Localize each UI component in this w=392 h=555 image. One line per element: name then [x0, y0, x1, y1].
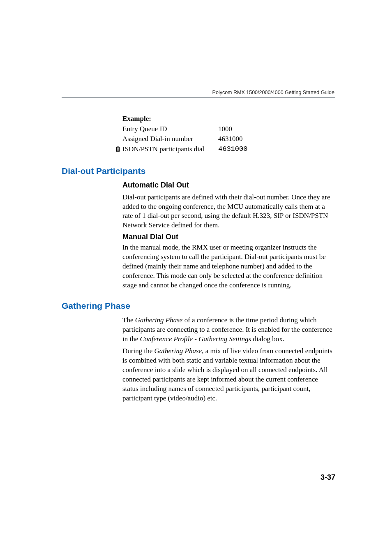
phone-icon: [113, 146, 122, 152]
emphasis-conference-profile: Conference Profile - Gathering Settings: [140, 335, 251, 343]
assigned-dial-in-value: 4631000: [218, 134, 243, 144]
heading-manual-dial-out: Manual Dial Out: [122, 233, 335, 241]
example-label: Example:: [122, 114, 335, 124]
emphasis-gathering-phase: Gathering Phase: [135, 316, 183, 324]
example-assigned-dial-in-row: Assigned Dial-in number 4631000: [122, 134, 335, 144]
svg-point-4: [118, 149, 119, 150]
running-head: Polycom RMX 1500/2000/4000 Getting Start…: [212, 90, 334, 95]
page: Polycom RMX 1500/2000/4000 Getting Start…: [0, 0, 392, 555]
text-fragment: , a mix of live video from connected end…: [122, 347, 332, 402]
isdn-pstn-value: 4631000: [218, 144, 247, 155]
svg-point-10: [118, 150, 119, 151]
svg-point-3: [118, 149, 118, 150]
text-fragment: During the: [122, 347, 154, 355]
svg-point-7: [118, 150, 119, 150]
heading-gathering-phase: Gathering Phase: [62, 301, 335, 311]
svg-point-5: [117, 150, 118, 150]
text-fragment: dialog box.: [251, 335, 284, 343]
isdn-pstn-label: ISDN/PSTN participants dial: [122, 144, 218, 155]
example-isdn-pstn-row: ISDN/PSTN participants dial 4631000: [113, 144, 335, 155]
emphasis-gathering-phase: Gathering Phase: [154, 347, 202, 355]
para-manual-dial-out: In the manual mode, the RMX user or meet…: [122, 243, 335, 290]
text-fragment: The: [122, 316, 135, 324]
svg-point-9: [118, 150, 118, 151]
heading-dial-out-participants: Dial-out Participants: [62, 166, 335, 176]
para-gathering-1: The Gathering Phase of a conference is t…: [122, 316, 335, 344]
page-number: 3-37: [321, 473, 335, 482]
header-rule: [62, 97, 335, 98]
para-gathering-2: During the Gathering Phase, a mix of liv…: [122, 347, 335, 403]
example-entry-queue-row: Entry Queue ID 1000: [122, 124, 335, 134]
svg-point-2: [117, 149, 118, 150]
page-content: Example: Entry Queue ID 1000 Assigned Di…: [62, 114, 335, 405]
svg-point-8: [117, 150, 118, 151]
assigned-dial-in-label: Assigned Dial-in number: [122, 134, 218, 144]
svg-rect-1: [117, 148, 119, 148]
svg-point-6: [118, 150, 118, 150]
para-automatic-dial-out: Dial-out participants are defined with t…: [122, 193, 335, 231]
entry-queue-id-label: Entry Queue ID: [122, 124, 218, 134]
heading-automatic-dial-out: Automatic Dial Out: [122, 181, 335, 190]
example-block: Example: Entry Queue ID 1000 Assigned Di…: [122, 114, 335, 155]
entry-queue-id-value: 1000: [218, 124, 232, 134]
